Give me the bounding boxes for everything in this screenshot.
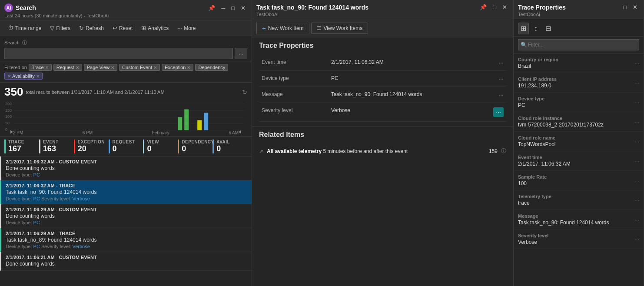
more-icon: ··· xyxy=(177,25,182,31)
filter-tag-customevent[interactable]: Custom Event ✕ xyxy=(119,64,160,71)
search-panel-controls: 📌 ─ □ ✕ xyxy=(206,4,247,12)
search-panel-header: AI Search 📌 ─ □ ✕ Last 24 hours (30 minu… xyxy=(0,0,252,20)
search-input[interactable] xyxy=(4,48,233,59)
mid-close-button[interactable]: ✕ xyxy=(501,3,509,11)
result-item-4[interactable]: 2/1/2017, 11:06:21 AM - CUSTOM EVENT Don… xyxy=(0,252,252,271)
results-refresh-icon[interactable]: ↻ xyxy=(242,89,247,96)
results-header: 350 total results between 1/31/2017 11:1… xyxy=(0,83,252,100)
prop-row-event-time: Event time 2/1/2017, 11:06:32 AM ··· xyxy=(259,55,506,71)
svg-text:0: 0 xyxy=(5,127,7,132)
rprop-country-label: Country or region xyxy=(518,57,558,62)
results-count: 350 xyxy=(4,85,23,99)
search-area: Search ⓘ ··· xyxy=(0,36,252,62)
filter-tag-customevent-close[interactable]: ✕ xyxy=(153,65,157,70)
time-range-label: Time range xyxy=(15,25,41,31)
filter-tag-dependency[interactable]: Dependency xyxy=(195,64,228,71)
prop-row-device-type: Device type PC ··· xyxy=(259,71,506,87)
related-item-bold-text: All available telemetry xyxy=(267,148,322,154)
svg-text:200: 200 xyxy=(5,102,12,106)
stat-avail: AVAIL 0 xyxy=(212,140,247,153)
filter-tag-trace[interactable]: Trace ✕ xyxy=(29,64,52,71)
stat-exception: EXCEPTION 20 xyxy=(74,140,109,153)
stat-dependency-label: DEPENDENCY xyxy=(182,140,212,144)
result-item-2[interactable]: 2/1/2017, 11:06:29 AM - CUSTOM EVENT Don… xyxy=(0,204,252,228)
rprop-event-time-more[interactable]: ··· xyxy=(634,158,639,164)
filter-tag-request-close[interactable]: ✕ xyxy=(76,65,79,70)
rprop-device-type: Device type PC ··· xyxy=(514,93,644,112)
result-item-1[interactable]: 2/1/2017, 11:06:32 AM - TRACE Task task_… xyxy=(0,180,252,204)
search-toolbar: ⏱ Time range ▽ Filters ↻ Refresh ↩ Reset… xyxy=(0,20,252,36)
result-meta-1: Device type: PC Severity level: Verbose xyxy=(6,196,247,201)
filter-tag-exception-close[interactable]: ✕ xyxy=(187,65,190,70)
filter-tag-request[interactable]: Request ✕ xyxy=(53,64,82,71)
right-table-button[interactable]: ⊟ xyxy=(543,23,554,34)
rprop-message: Message Task task_no_90: Found 124014 wo… xyxy=(514,210,644,229)
right-filter-input[interactable] xyxy=(518,39,639,50)
right-close-button[interactable]: ✕ xyxy=(631,3,639,11)
filter-tag-pageview[interactable]: Page View ✕ xyxy=(84,64,117,71)
rprop-cloud-role-instance-more[interactable]: ··· xyxy=(634,119,639,125)
rprop-event-time: Event time 2/1/2017, 11:06:32 AM ··· xyxy=(514,151,644,171)
more-button[interactable]: ··· More xyxy=(174,23,199,33)
prop-more-event-time[interactable]: ··· xyxy=(498,59,504,66)
rprop-country-value: Brazil xyxy=(518,63,558,69)
view-work-items-button[interactable]: ☰ View Work Items xyxy=(311,23,368,34)
filter-tag-exception[interactable]: Exception ✕ xyxy=(162,64,193,71)
rprop-message-more[interactable]: ··· xyxy=(634,216,639,223)
prop-more-severity[interactable]: ··· xyxy=(493,107,504,117)
stat-avail-label: AVAIL xyxy=(216,140,247,144)
stat-dependency-value: 0 xyxy=(182,144,212,153)
rprop-telemetry-type-more[interactable]: ··· xyxy=(634,197,639,203)
prop-name-message: Message xyxy=(259,87,329,103)
more-label: More xyxy=(184,25,196,31)
related-item-info-icon: ⓘ xyxy=(501,147,506,155)
filter-tag-availability-close[interactable]: ✕ xyxy=(7,74,11,79)
right-maximize-button[interactable]: □ xyxy=(621,3,628,11)
reset-label: Reset xyxy=(119,25,133,31)
reset-button[interactable]: ↩ Reset xyxy=(109,23,136,33)
prop-more-message[interactable]: ··· xyxy=(498,91,504,98)
filter-tag-pageview-close[interactable]: ✕ xyxy=(111,65,114,70)
result-item-3[interactable]: 2/1/2017, 11:06:29 AM - TRACE Task task_… xyxy=(0,228,252,252)
prop-more-device-type[interactable]: ··· xyxy=(498,75,504,82)
minimize-button[interactable]: ─ xyxy=(219,4,227,12)
refresh-button[interactable]: ↻ Refresh xyxy=(76,23,107,33)
result-date-3: 2/1/2017, 11:06:29 AM - TRACE xyxy=(6,231,247,236)
stat-trace-label: TRACE xyxy=(8,140,39,144)
rprop-client-ip-more[interactable]: ··· xyxy=(634,80,639,86)
right-list-button[interactable]: ↕ xyxy=(531,23,540,34)
chart-area: 200 150 100 50 0 2 PM 6 PM February 6 AM xyxy=(0,100,252,136)
view-work-items-label: View Work Items xyxy=(324,25,363,31)
new-work-item-button[interactable]: + New Work Item xyxy=(256,22,309,34)
analytics-button[interactable]: ⊞ Analytics xyxy=(138,23,172,33)
rprop-cloud-role-name-more[interactable]: ··· xyxy=(634,138,639,145)
filter-tag-availability[interactable]: ✕ Availability ✕ xyxy=(4,73,43,80)
time-range-button[interactable]: ⏱ Time range xyxy=(4,23,45,33)
maximize-button[interactable]: □ xyxy=(229,4,236,12)
close-button[interactable]: ✕ xyxy=(239,4,247,12)
right-panel-title: Trace Properties xyxy=(518,4,566,11)
refresh-icon: ↻ xyxy=(79,25,84,31)
result-item-0[interactable]: 2/1/2017, 11:06:32 AM - CUSTOM EVENT Don… xyxy=(0,156,252,180)
related-item-arrow-icon: ↗ xyxy=(259,148,263,154)
mid-maximize-button[interactable]: □ xyxy=(491,3,498,11)
rprop-country-more[interactable]: ··· xyxy=(634,60,639,67)
filters-button[interactable]: ▽ Filters xyxy=(46,23,74,33)
filter-icon: ▽ xyxy=(50,25,54,31)
search-options-button[interactable]: ··· xyxy=(235,48,247,59)
rprop-sample-rate-more[interactable]: ··· xyxy=(634,177,639,184)
rprop-device-type-more[interactable]: ··· xyxy=(634,99,639,106)
rprop-sample-rate-value: 100 xyxy=(518,180,547,186)
rprop-severity-level-more[interactable]: ··· xyxy=(634,236,639,243)
chart-label-2pm: 2 PM xyxy=(13,130,23,135)
list-icon: ☰ xyxy=(317,25,322,31)
filter-tag-availability-close2[interactable]: ✕ xyxy=(36,74,40,79)
right-grid-button[interactable]: ⊞ xyxy=(518,23,529,34)
pin-button[interactable]: 📌 xyxy=(206,4,217,12)
mid-pin-button[interactable]: 📌 xyxy=(478,3,488,11)
filter-tag-availability-label: Availability xyxy=(12,73,35,79)
filter-tag-trace-close[interactable]: ✕ xyxy=(45,65,49,70)
rprop-country: Country or region Brazil ··· xyxy=(514,53,644,73)
related-item-text[interactable]: All available telemetry 5 minutes before… xyxy=(267,148,485,154)
rprop-event-time-label: Event time xyxy=(518,155,571,160)
